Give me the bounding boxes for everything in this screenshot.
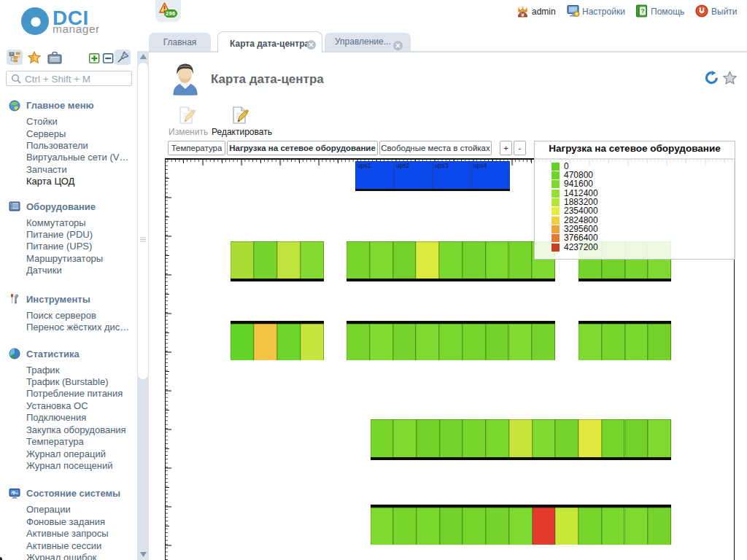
svg-text:?: ? bbox=[640, 7, 645, 15]
